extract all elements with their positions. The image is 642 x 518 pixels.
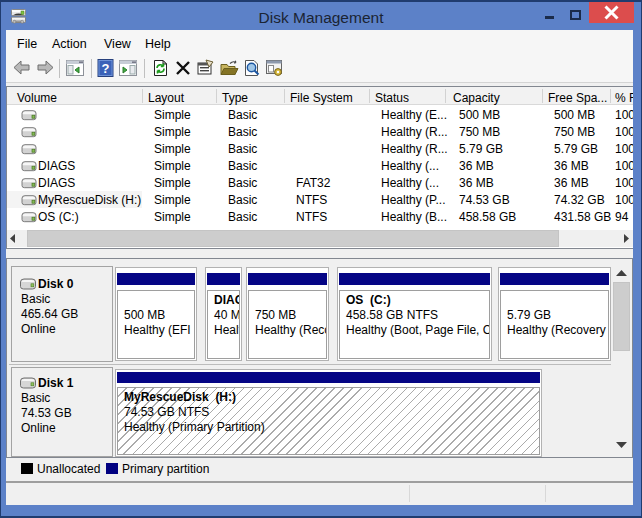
svg-text:?: ? (102, 61, 110, 76)
